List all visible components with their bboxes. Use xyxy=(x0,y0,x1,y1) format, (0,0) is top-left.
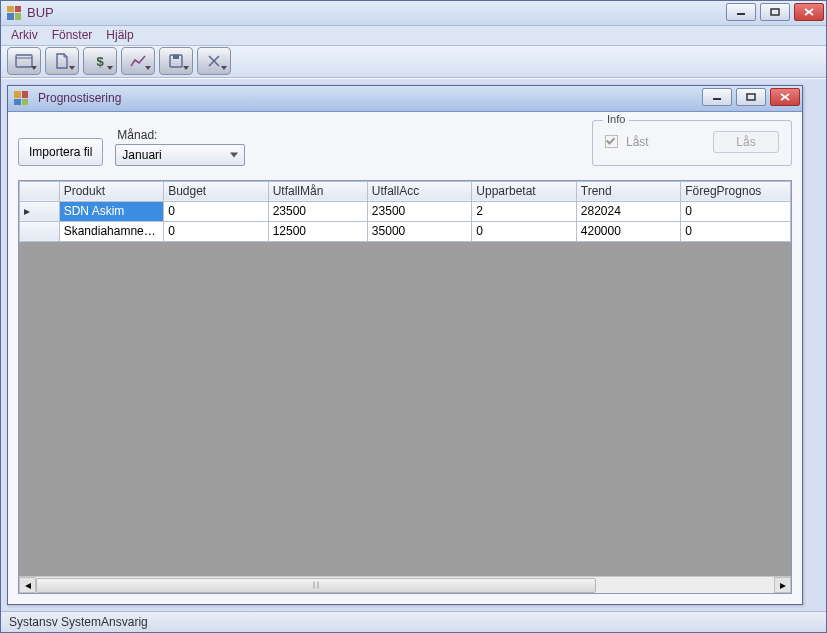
lock-button-label: Lås xyxy=(736,135,755,149)
app-title: BUP xyxy=(27,5,54,20)
cell[interactable]: 12500 xyxy=(268,221,367,241)
svg-rect-8 xyxy=(173,55,179,59)
app-window: BUP Arkiv Fönster Hjälp $ xyxy=(0,0,827,633)
column-header-4[interactable]: Upparbetat xyxy=(472,181,576,201)
import-button[interactable]: Importera fil xyxy=(18,138,103,166)
child-maximize-button[interactable] xyxy=(736,88,766,106)
month-value: Januari xyxy=(122,148,161,162)
data-grid[interactable]: ProduktBudgetUtfallMånUtfallAccUpparbeta… xyxy=(18,180,792,594)
column-header-6[interactable]: FöregPrognos xyxy=(681,181,791,201)
cell[interactable]: 282024 xyxy=(576,201,680,221)
table-row[interactable]: Skandiahamnen ...0125003500004200000 xyxy=(20,221,791,241)
cell[interactable]: 0 xyxy=(164,201,268,221)
outer-minimize-button[interactable] xyxy=(726,3,756,21)
child-title: Prognostisering xyxy=(38,91,121,105)
app-icon xyxy=(7,6,21,20)
column-header-2[interactable]: UtfallMån xyxy=(268,181,367,201)
row-selector-header[interactable] xyxy=(20,181,60,201)
cell[interactable]: 23500 xyxy=(268,201,367,221)
child-close-button[interactable] xyxy=(770,88,800,106)
info-groupbox: Info Låst Lås xyxy=(592,120,792,166)
child-titlebar: Prognostisering xyxy=(8,86,802,112)
column-header-3[interactable]: UtfallAcc xyxy=(367,181,471,201)
row-selector[interactable] xyxy=(20,221,60,241)
lock-button: Lås xyxy=(713,131,779,153)
locked-checkbox xyxy=(605,135,618,148)
scroll-right-button[interactable]: ▸ xyxy=(774,577,791,593)
locked-label: Låst xyxy=(626,135,649,149)
status-bar: Systansv SystemAnsvarig xyxy=(1,611,826,632)
child-minimize-button[interactable] xyxy=(702,88,732,106)
status-text: Systansv SystemAnsvarig xyxy=(9,615,148,629)
cell[interactable]: 0 xyxy=(472,221,576,241)
outer-titlebar: BUP xyxy=(1,1,826,26)
menu-hjalp[interactable]: Hjälp xyxy=(106,28,133,42)
column-header-1[interactable]: Budget xyxy=(164,181,268,201)
svg-rect-12 xyxy=(747,94,755,100)
menubar: Arkiv Fönster Hjälp xyxy=(1,26,826,46)
child-icon xyxy=(14,91,28,105)
row-selector[interactable] xyxy=(20,201,60,221)
cell[interactable]: 35000 xyxy=(367,221,471,241)
import-button-label: Importera fil xyxy=(29,145,92,159)
mdi-area: Prognostisering Importera fil xyxy=(1,78,826,611)
toolbar: $ xyxy=(1,46,826,78)
cell[interactable]: 23500 xyxy=(367,201,471,221)
scroll-thumb[interactable] xyxy=(36,578,596,593)
column-header-0[interactable]: Produkt xyxy=(59,181,163,201)
info-legend: Info xyxy=(603,113,629,125)
svg-text:$: $ xyxy=(96,54,104,69)
cell[interactable]: 2 xyxy=(472,201,576,221)
outer-maximize-button[interactable] xyxy=(760,3,790,21)
cell[interactable]: SDN Askim xyxy=(59,201,163,221)
tool-tools[interactable] xyxy=(197,47,231,75)
table-row[interactable]: SDN Askim0235002350022820240 xyxy=(20,201,791,221)
horizontal-scrollbar[interactable]: ◂ ▸ xyxy=(19,576,791,593)
month-select[interactable]: Januari xyxy=(115,144,245,166)
tool-save[interactable] xyxy=(159,47,193,75)
tool-dollar[interactable]: $ xyxy=(83,47,117,75)
month-label: Månad: xyxy=(117,128,245,142)
cell[interactable]: 420000 xyxy=(576,221,680,241)
tool-chart[interactable] xyxy=(121,47,155,75)
tool-form[interactable] xyxy=(7,47,41,75)
cell[interactable]: 0 xyxy=(681,201,791,221)
cell[interactable]: Skandiahamnen ... xyxy=(59,221,163,241)
svg-rect-4 xyxy=(16,55,32,67)
menu-arkiv[interactable]: Arkiv xyxy=(11,28,38,42)
column-header-5[interactable]: Trend xyxy=(576,181,680,201)
cell[interactable]: 0 xyxy=(681,221,791,241)
svg-rect-1 xyxy=(771,9,779,15)
cell[interactable]: 0 xyxy=(164,221,268,241)
scroll-left-button[interactable]: ◂ xyxy=(19,577,36,593)
child-window: Prognostisering Importera fil xyxy=(7,85,803,605)
menu-fonster[interactable]: Fönster xyxy=(52,28,93,42)
outer-close-button[interactable] xyxy=(794,3,824,21)
tool-file[interactable] xyxy=(45,47,79,75)
